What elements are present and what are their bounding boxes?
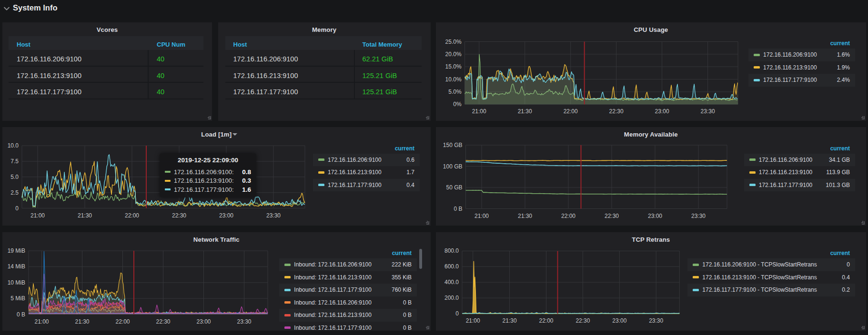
svg-text:21:00: 21:00 xyxy=(466,317,480,324)
svg-text:800.0: 800.0 xyxy=(444,247,459,254)
svg-text:22:00: 22:00 xyxy=(564,108,578,115)
svg-text:23:00: 23:00 xyxy=(219,212,233,219)
svg-text:2.5: 2.5 xyxy=(10,189,19,196)
svg-text:23:00: 23:00 xyxy=(612,317,626,324)
svg-text:21:00: 21:00 xyxy=(34,318,49,325)
svg-text:10 MiB: 10 MiB xyxy=(8,279,25,286)
svg-text:22:00: 22:00 xyxy=(125,212,139,219)
svg-text:50 GB: 50 GB xyxy=(446,184,462,191)
svg-text:21:30: 21:30 xyxy=(518,108,532,115)
svg-text:22:00: 22:00 xyxy=(539,317,553,324)
svg-text:22:00: 22:00 xyxy=(115,318,130,325)
svg-text:21:30: 21:30 xyxy=(75,318,89,325)
svg-text:22:30: 22:30 xyxy=(156,318,170,325)
svg-text:0%: 0% xyxy=(453,101,462,108)
svg-text:150 GB: 150 GB xyxy=(443,142,463,148)
svg-text:0 B: 0 B xyxy=(17,311,25,317)
svg-text:5 MiB: 5 MiB xyxy=(10,295,25,302)
svg-text:15.0%: 15.0% xyxy=(445,63,462,70)
svg-text:23:30: 23:30 xyxy=(701,108,715,115)
svg-text:22:00: 22:00 xyxy=(561,213,575,219)
svg-text:0: 0 xyxy=(15,205,19,212)
svg-text:600.0: 600.0 xyxy=(444,263,459,270)
svg-text:21:00: 21:00 xyxy=(30,212,45,219)
svg-text:23:30: 23:30 xyxy=(266,212,281,219)
svg-text:14 MiB: 14 MiB xyxy=(8,263,25,270)
svg-text:22:30: 22:30 xyxy=(605,213,619,219)
svg-text:23:30: 23:30 xyxy=(691,213,706,219)
svg-text:200.0: 200.0 xyxy=(444,295,459,301)
svg-text:21:00: 21:00 xyxy=(472,108,486,115)
svg-text:23:30: 23:30 xyxy=(237,318,251,325)
svg-text:5.0: 5.0 xyxy=(10,174,19,180)
svg-text:22:30: 22:30 xyxy=(172,212,186,219)
svg-text:21:30: 21:30 xyxy=(503,317,517,324)
svg-text:10.0%: 10.0% xyxy=(445,76,462,82)
svg-text:23:00: 23:00 xyxy=(655,108,669,115)
svg-text:0: 0 xyxy=(455,310,459,317)
svg-text:22:30: 22:30 xyxy=(575,317,590,324)
svg-text:21:00: 21:00 xyxy=(474,213,489,219)
svg-text:25.0%: 25.0% xyxy=(445,38,462,45)
svg-text:5.0%: 5.0% xyxy=(448,88,462,95)
svg-text:0 B: 0 B xyxy=(454,206,462,212)
svg-text:10.0: 10.0 xyxy=(8,142,19,149)
svg-text:21:30: 21:30 xyxy=(78,212,92,219)
svg-text:22:30: 22:30 xyxy=(609,108,624,115)
svg-text:23:00: 23:00 xyxy=(196,318,211,325)
svg-text:23:30: 23:30 xyxy=(649,317,663,324)
svg-text:20.0%: 20.0% xyxy=(445,50,462,57)
svg-text:7.5: 7.5 xyxy=(10,158,19,165)
svg-text:100 GB: 100 GB xyxy=(443,163,463,170)
svg-text:19 MiB: 19 MiB xyxy=(8,247,25,254)
svg-text:400.0: 400.0 xyxy=(444,279,459,286)
svg-text:23:00: 23:00 xyxy=(648,213,662,219)
svg-text:21:30: 21:30 xyxy=(518,213,532,219)
